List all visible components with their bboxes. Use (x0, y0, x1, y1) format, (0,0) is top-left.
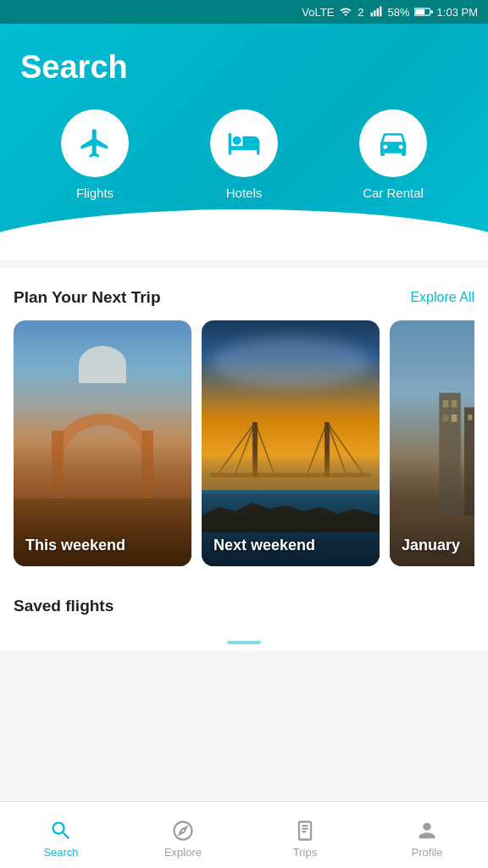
person-icon (415, 819, 439, 843)
svg-rect-1 (374, 10, 375, 16)
card-january-label: January (402, 537, 460, 554)
svg-rect-2 (376, 8, 378, 16)
hotels-category[interactable]: Hotels (210, 109, 278, 200)
saved-flights-section: Saved flights (14, 580, 474, 634)
network-indicator: VoLTE (302, 6, 334, 19)
hero-title: Search (20, 49, 468, 86)
plan-section-header: Plan Your Next Trip Explore All (14, 268, 474, 320)
hotels-label: Hotels (226, 186, 263, 200)
svg-rect-20 (443, 400, 449, 408)
wifi-icon (338, 6, 353, 18)
car-icon (376, 126, 410, 160)
battery-percent: 58% (388, 6, 410, 19)
car-rental-label: Car Rental (363, 186, 424, 200)
flights-category[interactable]: Flights (61, 109, 129, 200)
trip-cards-row: This weekend (14, 320, 474, 580)
hotel-icon (227, 126, 261, 160)
main-content: Plan Your Next Trip Explore All This wee… (0, 268, 488, 651)
svg-rect-23 (452, 415, 458, 422)
svg-rect-6 (430, 10, 433, 13)
status-bar: VoLTE 2 58% 1:03 PM (0, 0, 488, 24)
battery-icon (414, 6, 433, 18)
nav-profile-label: Profile (412, 846, 443, 859)
nav-trips-label: Trips (293, 846, 317, 859)
cloud (210, 337, 371, 388)
compass-icon (171, 819, 195, 843)
svg-rect-22 (443, 415, 449, 422)
nav-profile[interactable]: Profile (366, 802, 488, 868)
flights-circle (61, 109, 129, 177)
search-waves-icon (49, 819, 73, 843)
car-rental-circle (359, 109, 427, 177)
plan-section-title: Plan Your Next Trip (14, 288, 161, 307)
dome-shape (79, 346, 126, 383)
bottom-nav: Search Explore Trips Profile (0, 801, 488, 868)
card-delhi-bg (14, 320, 191, 566)
nav-search[interactable]: Search (0, 802, 122, 868)
card-next-weekend-label: Next weekend (214, 537, 315, 554)
car-rental-category[interactable]: Car Rental (359, 109, 427, 200)
nav-trips[interactable]: Trips (244, 802, 366, 868)
status-icons: VoLTE 2 58% 1:03 PM (302, 6, 478, 19)
svg-rect-21 (452, 400, 458, 408)
time: 1:03 PM (437, 6, 478, 19)
scroll-indicator (14, 634, 474, 651)
card-this-weekend-label: This weekend (25, 537, 125, 554)
nav-explore-label: Explore (164, 846, 202, 859)
svg-rect-3 (380, 7, 381, 17)
card-mumbai-bg (202, 320, 380, 566)
nav-explore[interactable]: Explore (122, 802, 244, 868)
nav-search-label: Search (43, 846, 78, 859)
bottom-spacer (0, 651, 488, 727)
categories-row: Flights Hotels Car Rental (20, 109, 468, 200)
trip-card-january[interactable]: January (390, 320, 474, 566)
plane-icon (78, 126, 112, 160)
flights-label: Flights (76, 186, 114, 200)
signal-icon (369, 6, 384, 18)
sim-indicator: 2 (358, 6, 363, 19)
hero-section: Search Flights Hotels (0, 24, 488, 259)
card-amsterdam-bg (390, 320, 474, 566)
saved-flights-title: Saved flights (14, 597, 474, 615)
trip-card-this-weekend[interactable]: This weekend (14, 320, 191, 566)
svg-rect-5 (415, 9, 424, 14)
hotels-circle (210, 109, 278, 177)
svg-rect-0 (370, 13, 372, 17)
scroll-dot (227, 641, 261, 644)
explore-all-link[interactable]: Explore All (410, 290, 474, 305)
trip-card-next-weekend[interactable]: Next weekend (202, 320, 380, 566)
book-icon (293, 819, 317, 843)
svg-rect-25 (468, 415, 472, 420)
